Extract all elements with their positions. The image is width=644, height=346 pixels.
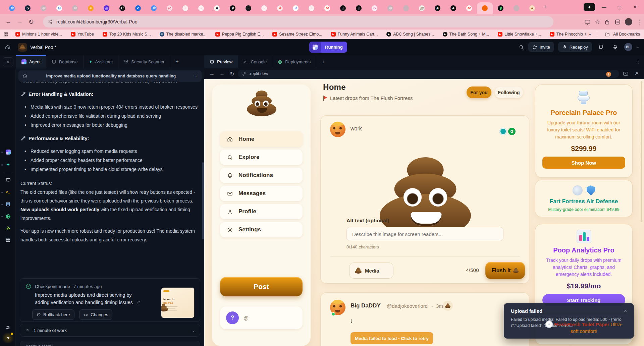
work-summary-row[interactable]: 1 minute of work ⌄: [20, 324, 200, 337]
browser-tab[interactable]: ✻: [36, 2, 51, 14]
url-text[interactable]: replit.com/@bloombergjr30/Verbal-Poo: [56, 19, 137, 24]
reload-icon[interactable]: ↻: [25, 16, 37, 27]
post-poop-badge[interactable]: [443, 301, 453, 311]
tab-console[interactable]: >_Console: [238, 55, 272, 68]
history-stack-icon[interactable]: [596, 42, 606, 52]
bookmark-item[interactable]: ▶ Top 20 Kids Music S...: [103, 32, 151, 37]
bookmark-star-icon[interactable]: ☆: [595, 18, 600, 25]
browser-tab[interactable]: e: [130, 2, 146, 14]
notifications-bell-icon[interactable]: [610, 42, 620, 52]
add-pane-button[interactable]: +: [316, 55, 330, 68]
browser-tab[interactable]: [398, 2, 414, 14]
bookmark-item[interactable]: ▶ Little Snowflake +...: [498, 32, 541, 37]
project-avatar[interactable]: [18, 43, 27, 52]
browser-tab[interactable]: ~: [193, 2, 209, 14]
browser-tab[interactable]: A: [445, 2, 461, 14]
site-info-icon[interactable]: [48, 19, 53, 24]
ad-card-porcelain[interactable]: Porcelain Palace Pro Upgrade your throne…: [535, 84, 633, 178]
preview-forward-icon[interactable]: →: [218, 71, 226, 77]
flush-it-button[interactable]: Flush it: [485, 262, 525, 279]
new-tab-button[interactable]: +: [540, 2, 550, 12]
rail-deploy-globe-icon[interactable]: [4, 213, 12, 220]
browser-tab[interactable]: ▮: [493, 2, 508, 14]
bookmark-item[interactable]: ▶ YouTube: [71, 32, 94, 37]
bookmark-item[interactable]: ▶ The Bath Song + M...: [443, 32, 489, 37]
browser-tab[interactable]: G: [51, 2, 67, 14]
avatar-chevron-icon[interactable]: ⌄: [636, 45, 639, 49]
rail-shell-icon[interactable]: >_: [4, 188, 12, 196]
browser-tab[interactable]: ▮: [351, 2, 367, 14]
browser-tab[interactable]: ✳: [225, 2, 240, 14]
browser-tab[interactable]: ✻: [382, 2, 398, 14]
browser-tab[interactable]: ▮: [335, 2, 351, 14]
bookmark-item[interactable]: ▶ Sesame Street: Elmo...: [272, 32, 322, 37]
sidebar-item-settings[interactable]: Settings: [220, 222, 303, 237]
grammarly-icon[interactable]: G: [508, 128, 516, 135]
shop-now-button[interactable]: Shop Now: [542, 157, 625, 169]
browser-tab[interactable]: ∴: [367, 2, 382, 14]
bookmark-item[interactable]: ▶ Peppa Pig English E...: [215, 32, 264, 37]
browser-tab[interactable]: ✳: [272, 2, 288, 14]
sidebar-item-profile[interactable]: Profile: [220, 204, 303, 219]
browser-tab[interactable]: S: [20, 2, 36, 14]
media-retry-banner[interactable]: Media failed to load - Click to retry: [351, 332, 433, 344]
rail-apps-grid-icon[interactable]: [4, 236, 12, 243]
preview-back-icon[interactable]: ←: [208, 71, 216, 77]
tab-preview[interactable]: Preview: [204, 55, 238, 68]
redeploy-button[interactable]: Redeploy: [558, 42, 592, 52]
media-button[interactable]: Media: [349, 263, 393, 279]
extension-badge-icon[interactable]: [499, 128, 507, 135]
user-avatar[interactable]: BL: [624, 43, 632, 51]
rail-help-icon[interactable]: ?: [4, 335, 12, 342]
devtools-button[interactable]: 2: [621, 71, 631, 77]
browser-tab[interactable]: ✻: [146, 2, 162, 14]
browser-tab[interactable]: ✦: [288, 2, 304, 14]
post-author[interactable]: Big DaDDY: [351, 302, 381, 309]
bookmark-item[interactable]: ▶ Funny Animals Cart...: [331, 32, 378, 37]
browser-tab[interactable]: ~: [240, 2, 256, 14]
browser-tab[interactable]: R: [162, 2, 177, 14]
tab-security-scanner[interactable]: Security Scanner: [118, 55, 170, 68]
changes-button[interactable]: <> Changes: [79, 309, 113, 320]
expand-chevron-icon[interactable]: ⌄: [192, 328, 195, 333]
browser-tab[interactable]: M: [319, 2, 335, 14]
rollback-button[interactable]: Rollback here: [32, 309, 74, 320]
home-icon[interactable]: [5, 44, 11, 50]
browser-tab[interactable]: [477, 2, 493, 14]
tab-deployments[interactable]: Deployments: [272, 55, 316, 68]
forward-icon[interactable]: →: [14, 16, 25, 27]
browser-tab[interactable]: ●: [524, 2, 540, 14]
bookmark-item[interactable]: ▶ ABC Song | Shapes...: [386, 32, 434, 37]
project-title[interactable]: Verbal Poo *: [30, 45, 56, 50]
composer-media-image[interactable]: [380, 157, 471, 237]
reading-list-icon[interactable]: [614, 19, 621, 25]
browser-tab[interactable]: C: [114, 2, 130, 14]
browser-tab[interactable]: ✻: [67, 2, 83, 14]
browser-tab[interactable]: ~: [177, 2, 193, 14]
sidebar-item-messages[interactable]: Messages: [220, 186, 303, 201]
browser-tab[interactable]: A: [430, 2, 445, 14]
tab-for-you[interactable]: For you: [467, 86, 491, 98]
browser-tab[interactable]: ▤: [414, 2, 430, 14]
preview-url-bar[interactable]: .replit.dev/: [238, 70, 619, 78]
browser-tab[interactable]: A: [209, 2, 225, 14]
post-button[interactable]: Post: [220, 277, 303, 296]
sidebar-user-chip[interactable]: ? @: [220, 306, 303, 329]
browser-menu-icon[interactable]: ⋮: [636, 18, 642, 25]
bookmark-item[interactable]: ✱ The disabled marke...: [160, 32, 207, 37]
tab-assistant[interactable]: ✦Assistant: [84, 55, 119, 68]
browser-tab[interactable]: ~: [256, 2, 272, 14]
running-badge[interactable]: Running: [309, 42, 347, 53]
sidebar-item-notifications[interactable]: Notifications: [220, 168, 303, 183]
browser-sparkle-button[interactable]: ✦: [584, 3, 595, 11]
cast-icon[interactable]: [584, 19, 591, 25]
app-scrollbar[interactable]: [641, 81, 642, 222]
browser-tab[interactable]: ✻: [4, 2, 20, 14]
tab-agent[interactable]: Agent: [16, 55, 46, 68]
edit-pencil-icon[interactable]: [136, 300, 141, 305]
sidebar-item-home[interactable]: Home: [220, 131, 303, 147]
rail-database-icon[interactable]: [4, 200, 12, 208]
browser-tab[interactable]: M: [461, 2, 477, 14]
sidebar-collapse-icon[interactable]: »: [3, 57, 13, 66]
all-bookmarks-label[interactable]: All Bookmarks: [613, 32, 640, 37]
